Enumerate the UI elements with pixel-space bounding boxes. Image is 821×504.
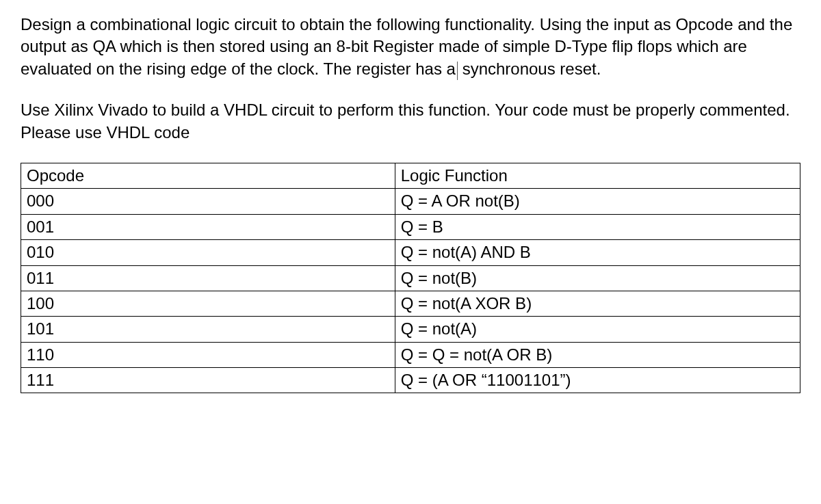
cell-opcode: 000 — [21, 189, 395, 214]
cell-opcode: 011 — [21, 265, 395, 291]
problem-text-part1: Design a combinational logic circuit to … — [21, 15, 792, 78]
text-cursor — [457, 62, 458, 79]
cell-func: Q = not(A) — [395, 317, 800, 342]
cell-opcode: 111 — [21, 368, 395, 393]
problem-paragraph-2: Use Xilinx Vivado to build a VHDL circui… — [21, 99, 800, 144]
cell-opcode: 110 — [21, 342, 395, 367]
header-opcode: Opcode — [21, 163, 395, 188]
opcode-table: Opcode Logic Function 000 Q = A OR not(B… — [21, 163, 800, 394]
cell-func: Q = A OR not(B) — [395, 189, 800, 214]
cell-opcode: 100 — [21, 291, 395, 316]
cell-func: Q = B — [395, 214, 800, 239]
header-logic-function: Logic Function — [395, 163, 800, 188]
table-row: 000 Q = A OR not(B) — [21, 189, 800, 214]
cell-func: Q = not(A) AND B — [395, 240, 800, 265]
cell-opcode: 001 — [21, 214, 395, 239]
table-row: 100 Q = not(A XOR B) — [21, 291, 800, 316]
cell-opcode: 010 — [21, 240, 395, 265]
cell-func: Q = (A OR “11001101”) — [395, 368, 800, 393]
problem-paragraph-1: Design a combinational logic circuit to … — [21, 14, 800, 80]
table-row: 110 Q = Q = not(A OR B) — [21, 342, 800, 367]
table-row: 101 Q = not(A) — [21, 317, 800, 342]
cell-func: Q = Q = not(A OR B) — [395, 342, 800, 367]
table-header-row: Opcode Logic Function — [21, 163, 800, 188]
cell-func: Q = not(B) — [395, 265, 800, 291]
table-row: 111 Q = (A OR “11001101”) — [21, 368, 800, 393]
problem-text-part2: synchronous reset. — [462, 59, 601, 78]
table-row: 011 Q = not(B) — [21, 265, 800, 291]
table-row: 010 Q = not(A) AND B — [21, 240, 800, 265]
cell-func: Q = not(A XOR B) — [395, 291, 800, 316]
table-row: 001 Q = B — [21, 214, 800, 239]
cell-opcode: 101 — [21, 317, 395, 342]
